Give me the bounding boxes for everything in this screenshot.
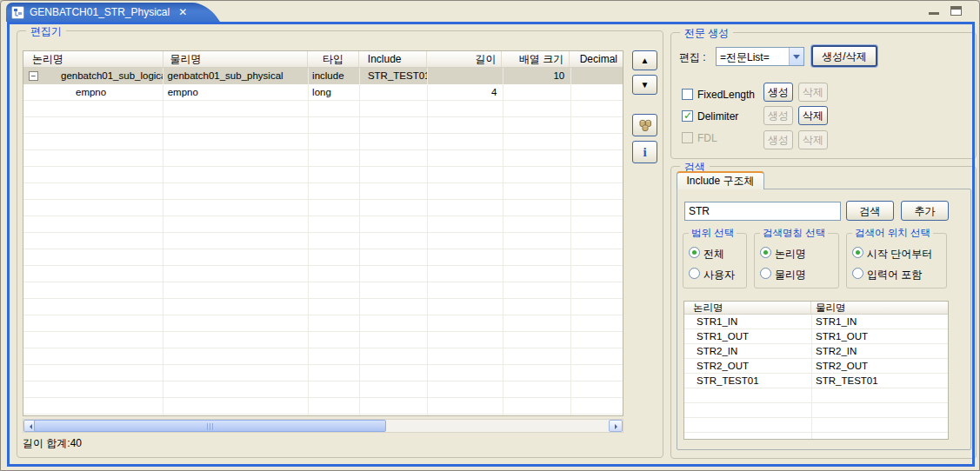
position-contains-radio[interactable]: [852, 268, 863, 279]
up-arrow-icon: ▲: [641, 56, 650, 65]
col-header-array[interactable]: 배열 크기: [502, 51, 570, 67]
tab-include-structure[interactable]: Include 구조체: [677, 171, 764, 189]
nametype-physical-label: 물리명: [775, 268, 806, 282]
cell-logical: STR2_IN: [684, 344, 811, 359]
structure-button[interactable]: [632, 114, 657, 136]
nametype-legend: 검색명칭 선택: [760, 227, 828, 240]
structure-icon: [638, 118, 652, 132]
horizontal-scrollbar[interactable]: [23, 419, 623, 433]
ide-window: GENBATCH01_STR_Physical ✕ 편집기 논리명 물리명 타입…: [0, 0, 980, 471]
cell-type: long: [308, 84, 359, 101]
cell-logical: STR1_IN: [684, 315, 811, 329]
search-results-table: 논리명 물리명 STR1_IN STR1_IN STR1_OUT STR1_OU…: [683, 301, 949, 440]
table-row[interactable]: STR1_OUT STR1_OUT: [684, 329, 948, 344]
grid-line: [427, 68, 428, 415]
fixedlength-checkbox[interactable]: [682, 89, 693, 100]
cell-array: 10: [502, 68, 570, 84]
minimize-view-icon[interactable]: [929, 7, 939, 15]
fixedlength-delete-button[interactable]: 삭제: [798, 83, 828, 102]
tab-title: GENBATCH01_STR_Physical: [30, 6, 170, 18]
fdl-delete-button[interactable]: 삭제: [798, 130, 828, 149]
table-row[interactable]: empno empno long 4: [23, 84, 623, 101]
message-list-combobox[interactable]: =전문List=: [716, 47, 804, 66]
fixedlength-label: FixedLength: [697, 89, 755, 101]
editor-table: 논리명 물리명 타입 Include 길이 배열 크기 Decimal − ge…: [23, 50, 623, 416]
cell-length: [427, 68, 503, 84]
delimiter-delete-button[interactable]: 삭제: [798, 106, 828, 125]
results-col-logical[interactable]: 논리명: [684, 302, 811, 314]
table-row[interactable]: STR_TEST01 STR_TEST01: [684, 374, 948, 388]
nametype-physical-radio[interactable]: [760, 268, 771, 279]
delimiter-checkbox[interactable]: [682, 110, 693, 122]
cell-decimal: [570, 68, 623, 84]
nametype-logical-radio[interactable]: [760, 247, 771, 258]
table-row[interactable]: STR1_IN STR1_IN: [684, 315, 948, 329]
generation-group-title: 전문 생성: [680, 26, 733, 41]
scope-user-label: 사용자: [703, 268, 735, 282]
position-contains-label: 입력어 포함: [867, 268, 922, 282]
scope-all-label: 전체: [703, 247, 724, 262]
results-col-physical[interactable]: 물리명: [811, 302, 948, 314]
add-button[interactable]: 추가: [901, 201, 949, 221]
scope-legend: 범위 선택: [689, 227, 737, 240]
position-startword-label: 시작 단어부터: [867, 247, 932, 262]
maximize-view-icon[interactable]: [950, 6, 962, 16]
cell-include: STR_TEST01: [359, 68, 427, 84]
grid-line: [359, 68, 360, 415]
grid-line: [503, 68, 503, 415]
search-button[interactable]: 검색: [846, 201, 894, 221]
create-delete-button[interactable]: 생성/삭제: [811, 45, 877, 67]
info-button[interactable]: i: [632, 141, 657, 163]
cell-physical: STR1_IN: [811, 315, 948, 329]
search-input[interactable]: [684, 202, 841, 221]
col-header-decimal[interactable]: Decimal: [570, 51, 623, 67]
cell-logical: genbatch01_sub_logical: [61, 70, 163, 81]
editor-table-body: − genbatch01_sub_logical genbatch01_sub_…: [23, 68, 623, 415]
chevron-down-icon[interactable]: [789, 48, 803, 65]
cell-physical: STR2_OUT: [811, 359, 948, 374]
move-up-button[interactable]: ▲: [632, 50, 657, 70]
fixedlength-create-button[interactable]: 생성: [763, 83, 793, 102]
combobox-value: =전문List=: [720, 50, 770, 65]
editor-table-header: 논리명 물리명 타입 Include 길이 배열 크기 Decimal: [23, 51, 623, 68]
table-row[interactable]: STR2_OUT STR2_OUT: [684, 359, 948, 374]
delimiter-label: Delimiter: [697, 110, 738, 123]
cell-logical: STR1_OUT: [684, 329, 811, 344]
scrollbar-thumb[interactable]: [34, 420, 386, 432]
grid-line: [570, 68, 571, 415]
table-row[interactable]: STR2_IN STR2_IN: [684, 344, 948, 359]
down-arrow-icon: ▼: [641, 81, 650, 90]
delimiter-create-button[interactable]: 생성: [763, 106, 793, 125]
scroll-right-icon[interactable]: [609, 420, 623, 432]
position-legend: 검색어 위치 선택: [852, 227, 933, 240]
results-header: 논리명 물리명: [684, 302, 948, 315]
col-header-logical[interactable]: 논리명: [23, 51, 163, 67]
cell-physical: STR1_OUT: [811, 329, 948, 344]
grid-line: [163, 68, 163, 415]
cell-logical: STR_TEST01: [684, 374, 811, 388]
cell-array: [502, 84, 570, 101]
fdl-checkbox[interactable]: [682, 132, 693, 143]
editor-tab-strip: GENBATCH01_STR_Physical ✕: [1, 1, 979, 22]
nametype-logical-label: 논리명: [775, 247, 806, 262]
cell-decimal: [570, 84, 623, 101]
cell-type: include: [308, 68, 359, 84]
scope-user-radio[interactable]: [689, 268, 700, 279]
fdl-label: FDL: [697, 132, 717, 144]
col-header-physical[interactable]: 물리명: [163, 51, 309, 67]
move-down-button[interactable]: ▼: [632, 75, 657, 95]
fdl-create-button[interactable]: 생성: [763, 130, 793, 149]
tab-close-icon[interactable]: ✕: [178, 6, 187, 18]
cell-physical: empno: [163, 84, 308, 101]
table-row[interactable]: − genbatch01_sub_logical genbatch01_sub_…: [23, 68, 623, 84]
col-header-type[interactable]: 타입: [308, 51, 359, 67]
position-startword-radio[interactable]: [852, 247, 863, 258]
editor-tab[interactable]: GENBATCH01_STR_Physical ✕: [6, 3, 194, 22]
grid-line: [308, 68, 309, 415]
scope-all-radio[interactable]: [689, 247, 700, 258]
collapse-icon[interactable]: −: [29, 71, 38, 81]
col-header-include[interactable]: Include: [359, 51, 427, 67]
col-header-length[interactable]: 길이: [427, 51, 503, 67]
cell-include: [359, 84, 427, 101]
cell-length: 4: [427, 84, 503, 101]
